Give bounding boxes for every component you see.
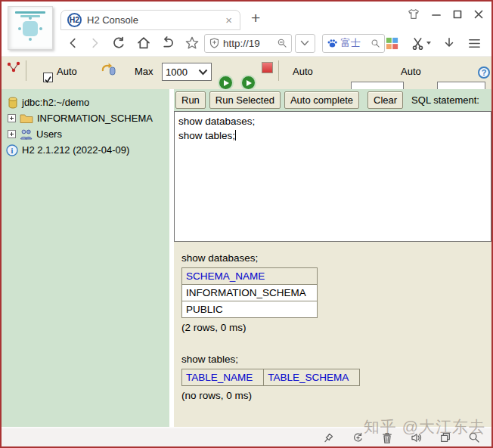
- browser-status-bar: [2, 427, 491, 446]
- tree-item-label: jdbc:h2:~/demo: [22, 97, 89, 108]
- baidu-paw-icon: [327, 38, 338, 48]
- result-status: (no rows, 0 ms): [181, 390, 491, 401]
- help-button[interactable]: ?: [478, 66, 490, 79]
- info-icon: i: [6, 144, 18, 156]
- max-rows-label: Max: [135, 66, 153, 77]
- back-button[interactable]: [67, 36, 80, 50]
- autocommit-checkbox[interactable]: [43, 73, 53, 82]
- address-magnifier-icon[interactable]: [277, 38, 287, 48]
- column-header[interactable]: TABLE_NAME: [182, 369, 264, 386]
- query-echo: show tables;: [181, 354, 491, 365]
- table-cell: PUBLIC: [182, 301, 318, 318]
- clear-button[interactable]: Clear: [367, 91, 403, 109]
- autocommit-label: Auto: [57, 66, 77, 77]
- tab-close-icon[interactable]: ×: [224, 14, 234, 26]
- database-icon: [8, 97, 18, 109]
- search-query[interactable]: 富士: [341, 36, 367, 50]
- expand-plus-icon[interactable]: [8, 114, 16, 122]
- run-green-button-2[interactable]: [242, 76, 255, 89]
- column-header[interactable]: TABLE_SCHEMA: [264, 369, 360, 386]
- users-icon: [20, 128, 33, 141]
- result-block: show tables; TABLE_NAME TABLE_SCHEMA (no…: [181, 354, 491, 401]
- maximize-button[interactable]: [452, 9, 463, 20]
- auto-complete-button[interactable]: Auto complete: [284, 91, 359, 109]
- tree-item-version: i H2 2.1.212 (2022-04-09): [2, 142, 169, 158]
- close-button[interactable]: [473, 9, 484, 20]
- pushpin-icon[interactable]: [322, 431, 335, 444]
- address-url[interactable]: http://19: [223, 38, 274, 49]
- table-row: INFORMATION_SCHEMA: [182, 285, 318, 301]
- query-echo: show databases;: [181, 252, 491, 264]
- result-block: show databases; SCHEMA_NAME INFORMATION_…: [181, 252, 491, 333]
- download-arrow-icon[interactable]: [442, 36, 456, 50]
- address-dropdown-button[interactable]: [295, 34, 315, 53]
- stop-button[interactable]: [262, 62, 273, 73]
- tab-title: H2 Console: [87, 14, 224, 26]
- book-cover-art: [15, 11, 45, 14]
- undo-button[interactable]: [160, 36, 175, 51]
- auto-select-input[interactable]: [351, 82, 404, 89]
- max-rows-value: 1000: [166, 66, 198, 78]
- column-header[interactable]: SCHEMA_NAME: [182, 268, 318, 285]
- scissors-dropdown-caret[interactable]: [426, 42, 431, 45]
- table-header-row: TABLE_NAME TABLE_SCHEMA: [182, 369, 360, 386]
- apps-grid-icon[interactable]: [385, 36, 399, 51]
- autocomplete-input[interactable]: [437, 82, 485, 89]
- windows-restore-icon[interactable]: [439, 431, 451, 443]
- favorites-star-icon[interactable]: [184, 36, 200, 51]
- query-toolbar: Run Run Selected Auto complete Clear SQL…: [174, 89, 491, 111]
- minimize-button[interactable]: [431, 9, 442, 20]
- toolbar-separator: [26, 60, 26, 81]
- sql-line: show databases;: [178, 114, 487, 128]
- history-undo-icon[interactable]: [100, 62, 118, 77]
- home-button[interactable]: [136, 36, 151, 51]
- chevron-down-icon: [300, 40, 309, 47]
- tab-strip: H2 H2 Console × +: [2, 2, 491, 30]
- tree-item-users[interactable]: Users: [2, 126, 169, 142]
- screenshot-scissors-button[interactable]: [411, 36, 431, 51]
- schema-tree-sidebar: jdbc:h2:~/demo INFORMATION_SCHEMA Users: [2, 89, 169, 427]
- new-tab-button[interactable]: +: [251, 9, 260, 27]
- search-magnifier-icon[interactable]: [371, 39, 380, 48]
- result-status: (2 rows, 0 ms): [181, 322, 491, 333]
- menu-hamburger-icon[interactable]: [467, 37, 482, 50]
- book-cover-thumbnail[interactable]: [8, 6, 53, 50]
- max-rows-select[interactable]: 1000: [162, 63, 212, 81]
- table-row: PUBLIC: [182, 301, 318, 318]
- sql-statement-label: SQL statement:: [411, 94, 479, 106]
- run-green-button-1[interactable]: [219, 76, 232, 89]
- tree-item-connection[interactable]: jdbc:h2:~/demo: [2, 94, 169, 110]
- svg-text:i: i: [11, 147, 14, 155]
- browser-toolbar: http://19 富士: [2, 30, 491, 57]
- sql-line: show tables;: [178, 128, 487, 143]
- address-bar[interactable]: http://19: [204, 34, 292, 53]
- tree-item-label: Users: [36, 128, 62, 140]
- tree-item-label: H2 2.1.212 (2022-04-09): [22, 144, 129, 156]
- search-box[interactable]: 富士: [322, 34, 385, 53]
- zoom-magnifier-icon[interactable]: [468, 431, 480, 443]
- result-table: TABLE_NAME TABLE_SCHEMA: [181, 369, 360, 386]
- auto-refresh-icon[interactable]: [352, 431, 364, 444]
- tree-item-label: INFORMATION_SCHEMA: [37, 113, 153, 124]
- run-button[interactable]: Run: [175, 91, 206, 109]
- run-selected-button[interactable]: Run Selected: [209, 91, 281, 109]
- toolbar-separator: [278, 60, 279, 81]
- folder-icon: [20, 113, 33, 124]
- sql-editor[interactable]: show databases; show tables;: [174, 111, 491, 242]
- forward-button[interactable]: [88, 36, 101, 50]
- h2-logo-icon: H2: [67, 13, 82, 27]
- refresh-button[interactable]: [111, 36, 126, 51]
- disconnect-icon[interactable]: [6, 60, 21, 76]
- text-cursor: [235, 130, 236, 141]
- speaker-icon[interactable]: [410, 431, 423, 444]
- h2-console-toolbar: Auto Max 1000 Auto Auto ?: [2, 57, 491, 89]
- skin-shirt-icon[interactable]: [407, 8, 420, 20]
- result-table: SCHEMA_NAME INFORMATION_SCHEMA PUBLIC: [181, 267, 318, 318]
- expand-plus-icon[interactable]: [8, 130, 16, 138]
- table-cell: INFORMATION_SCHEMA: [182, 285, 318, 301]
- chevron-down-icon: [198, 69, 208, 76]
- tab-h2-console[interactable]: H2 H2 Console ×: [60, 10, 240, 30]
- trash-icon[interactable]: [381, 431, 393, 444]
- tree-item-information-schema[interactable]: INFORMATION_SCHEMA: [2, 110, 169, 126]
- shield-icon: [209, 37, 220, 49]
